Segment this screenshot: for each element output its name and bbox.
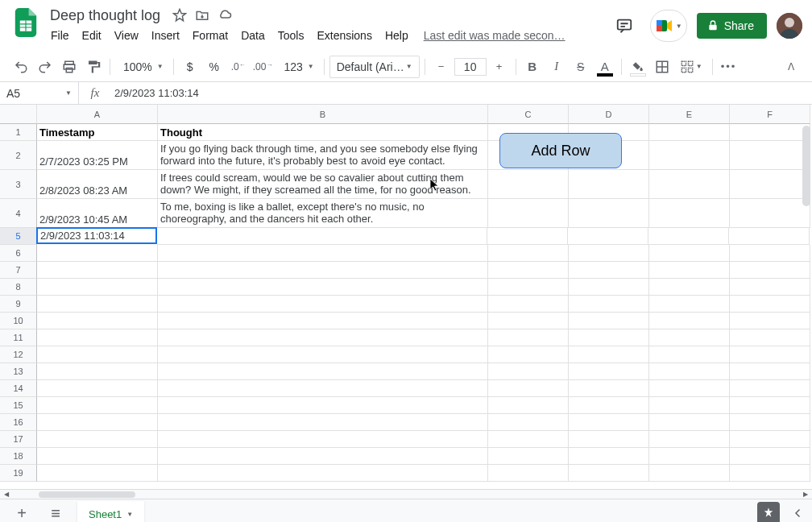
last-edit-link[interactable]: Last edit was made secon… xyxy=(424,29,566,42)
empty-cell[interactable] xyxy=(488,199,569,228)
cell[interactable]: To me, boxing is like a ballet, except t… xyxy=(158,199,488,228)
empty-cell[interactable] xyxy=(158,313,488,329)
row-header[interactable]: 9 xyxy=(0,296,37,313)
empty-cell[interactable] xyxy=(158,262,488,279)
empty-cell[interactable] xyxy=(730,124,810,141)
fill-color-button[interactable] xyxy=(627,56,649,78)
empty-cell[interactable] xyxy=(488,262,569,279)
column-header-e[interactable]: E xyxy=(649,105,730,124)
empty-cell[interactable] xyxy=(488,397,569,414)
row-header[interactable]: 3 xyxy=(0,170,37,199)
empty-cell[interactable] xyxy=(569,380,649,397)
spreadsheet-grid[interactable]: ABCDEF 1TimestampThought22/7/2023 03:25 … xyxy=(0,105,812,489)
empty-cell[interactable] xyxy=(649,448,730,465)
row-header[interactable]: 5 xyxy=(0,228,37,245)
row-header[interactable]: 18 xyxy=(0,448,37,465)
empty-cell[interactable] xyxy=(730,296,810,313)
sheet-tab-menu-icon[interactable]: ▼ xyxy=(126,511,133,518)
menu-data[interactable]: Data xyxy=(235,26,271,45)
account-avatar[interactable] xyxy=(777,13,802,39)
row-header[interactable]: 8 xyxy=(0,279,37,296)
empty-cell[interactable] xyxy=(37,245,158,262)
row-header[interactable]: 19 xyxy=(0,465,37,482)
empty-cell[interactable] xyxy=(649,431,730,448)
menu-file[interactable]: File xyxy=(45,26,75,45)
empty-cell[interactable] xyxy=(730,262,810,279)
row-header[interactable]: 11 xyxy=(0,329,37,346)
font-size-input[interactable]: 10 xyxy=(454,58,487,76)
empty-cell[interactable] xyxy=(649,124,730,141)
column-header-f[interactable]: F xyxy=(730,105,810,124)
row-header[interactable]: 12 xyxy=(0,346,37,363)
empty-cell[interactable] xyxy=(569,262,649,279)
empty-cell[interactable] xyxy=(158,279,488,296)
empty-cell[interactable] xyxy=(649,262,730,279)
empty-cell[interactable] xyxy=(488,279,569,296)
cloud-status-icon[interactable] xyxy=(217,7,233,23)
empty-cell[interactable] xyxy=(730,313,810,329)
font-size-dec-button[interactable]: − xyxy=(430,56,453,78)
hscroll-right-icon[interactable]: ▶ xyxy=(799,490,812,499)
empty-cell[interactable] xyxy=(488,448,569,465)
cell[interactable]: Timestamp xyxy=(37,124,158,141)
empty-cell[interactable] xyxy=(158,296,488,313)
zoom-dropdown[interactable]: 100%▼ xyxy=(115,56,168,78)
row-header[interactable]: 15 xyxy=(0,397,37,414)
empty-cell[interactable] xyxy=(569,245,649,262)
column-header-b[interactable]: B xyxy=(158,105,488,124)
empty-cell[interactable] xyxy=(569,414,649,431)
empty-cell[interactable] xyxy=(158,380,488,397)
empty-cell[interactable] xyxy=(158,346,488,363)
borders-button[interactable] xyxy=(651,56,673,78)
menu-extensions[interactable]: Extensions xyxy=(311,26,377,45)
redo-button[interactable] xyxy=(34,56,56,78)
empty-cell[interactable] xyxy=(37,465,158,482)
empty-cell[interactable] xyxy=(158,397,488,414)
empty-cell[interactable] xyxy=(158,245,488,262)
cell[interactable]: If you go flying back through time, and … xyxy=(158,141,488,170)
empty-cell[interactable] xyxy=(648,228,729,245)
row-header[interactable]: 7 xyxy=(0,262,37,279)
empty-cell[interactable] xyxy=(729,228,810,245)
empty-cell[interactable] xyxy=(649,346,730,363)
row-header[interactable]: 13 xyxy=(0,363,37,380)
empty-cell[interactable] xyxy=(649,170,730,199)
decrease-decimal-button[interactable]: .0← xyxy=(227,56,250,78)
active-cell[interactable]: 2/9/2023 11:03:14 xyxy=(36,227,157,244)
empty-cell[interactable] xyxy=(730,199,810,228)
empty-cell[interactable] xyxy=(649,363,730,380)
doc-title[interactable]: Deep thought log xyxy=(45,6,165,26)
sheet-tab-sheet1[interactable]: Sheet1 ▼ xyxy=(77,501,144,523)
empty-cell[interactable] xyxy=(37,329,158,346)
cell[interactable]: If trees could scream, would we be so ca… xyxy=(158,170,488,199)
empty-cell[interactable] xyxy=(37,262,158,279)
empty-cell[interactable] xyxy=(488,346,569,363)
empty-cell[interactable] xyxy=(649,141,730,170)
number-format-dropdown[interactable]: 123▼ xyxy=(276,56,318,78)
empty-cell[interactable] xyxy=(37,397,158,414)
empty-cell[interactable] xyxy=(569,397,649,414)
increase-decimal-button[interactable]: .00→ xyxy=(251,56,275,78)
row-header[interactable]: 4 xyxy=(0,199,37,228)
merge-cells-button[interactable]: ▼ xyxy=(675,56,707,78)
row-header[interactable]: 2 xyxy=(0,141,37,170)
empty-cell[interactable] xyxy=(649,380,730,397)
cell[interactable]: 2/8/2023 08:23 AM xyxy=(37,170,158,199)
row-header[interactable]: 17 xyxy=(0,431,37,448)
empty-cell[interactable] xyxy=(37,346,158,363)
menu-insert[interactable]: Insert xyxy=(146,26,185,45)
more-toolbar-button[interactable]: ••• xyxy=(718,56,740,78)
empty-cell[interactable] xyxy=(730,465,810,482)
empty-cell[interactable] xyxy=(488,170,569,199)
empty-cell[interactable] xyxy=(568,228,648,245)
empty-cell[interactable] xyxy=(649,199,730,228)
empty-cell[interactable] xyxy=(569,465,649,482)
explore-button[interactable] xyxy=(757,502,780,522)
bold-button[interactable]: B xyxy=(521,56,544,78)
empty-cell[interactable] xyxy=(488,329,569,346)
empty-cell[interactable] xyxy=(569,346,649,363)
cell[interactable]: 2/7/2023 03:25 PM xyxy=(37,141,158,170)
empty-cell[interactable] xyxy=(157,228,487,245)
name-box[interactable]: A5▼ xyxy=(0,82,79,104)
cell[interactable]: 2/9/2023 10:45 AM xyxy=(37,199,158,228)
